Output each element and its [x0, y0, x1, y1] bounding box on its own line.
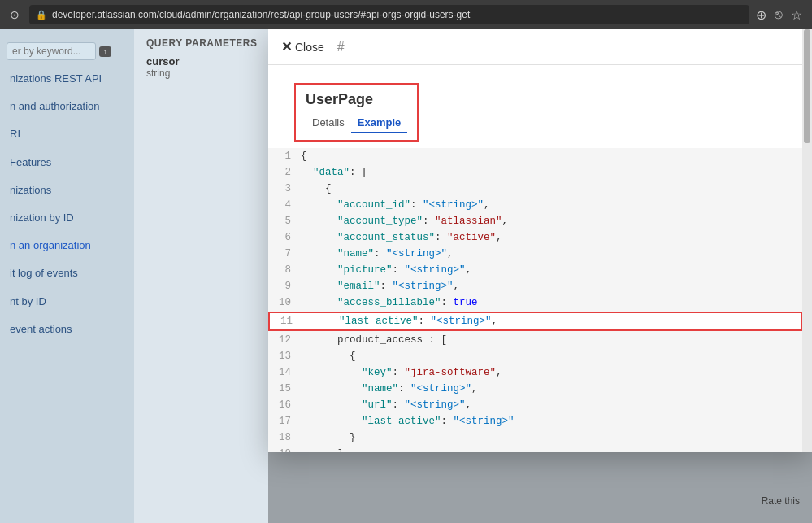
code-line: 8 "picture": "<string>", [268, 262, 802, 278]
sidebar-item-organizations[interactable]: nizations [0, 177, 134, 204]
tab-example[interactable]: Example [351, 113, 407, 133]
code-line: 18 } [268, 429, 802, 446]
browser-bar: ⊙ 🔒 developer.atlassian.com/cloud/admin/… [0, 0, 812, 29]
search-badge[interactable]: ↑ [99, 46, 111, 57]
code-block: 1 { 2 "data": [ 3 { [268, 148, 802, 452]
browser-actions: ⊕ ⎋ ☆ [756, 7, 802, 23]
browser-favicon: ⊙ [10, 8, 23, 21]
code-line: 1 { [268, 148, 802, 164]
schema-title-box: UserPage Details Example [294, 83, 419, 142]
code-line: 3 { [268, 181, 802, 197]
code-line: 15 "name": "<string>", [268, 381, 802, 397]
code-line: 10 "access_billable": true [268, 294, 802, 311]
sidebar-item-rest-api[interactable]: nizations REST API [0, 65, 134, 93]
modal-header: ✕ Close # [268, 29, 812, 65]
code-line: 4 "account_id": "<string>", [268, 197, 802, 213]
code-line: 14 "key": "jira-software", [268, 364, 802, 381]
sidebar-item-audit-log[interactable]: it log of events [0, 259, 134, 287]
schema-title: UserPage [306, 91, 407, 108]
code-line: 12 product_access : [ [268, 332, 802, 348]
close-x-icon: ✕ [281, 39, 292, 54]
sidebar-item-event-by-id[interactable]: nt by ID [0, 288, 134, 316]
tab-details[interactable]: Details [306, 113, 351, 133]
code-line-highlighted: 11 "last_active": "<string>", [268, 312, 802, 331]
code-line: 7 "name": "<string>", [268, 246, 802, 262]
url-bar[interactable]: 🔒 developer.atlassian.com/cloud/admin/or… [29, 5, 749, 24]
modal-scrollbar-thumb[interactable] [804, 29, 810, 143]
close-button[interactable]: ✕ Close [281, 39, 324, 54]
hash-symbol: # [337, 40, 345, 54]
sidebar-item-event-actions[interactable]: event actions [0, 316, 134, 343]
share-icon[interactable]: ⎋ [775, 7, 783, 23]
lock-icon: 🔒 [36, 10, 47, 20]
url-text: developer.atlassian.com/cloud/admin/orga… [52, 9, 470, 20]
code-line: 17 "last_active": "<string>" [268, 413, 802, 429]
modal-scrollbar[interactable] [802, 29, 812, 452]
zoom-icon[interactable]: ⊕ [756, 7, 766, 23]
content-area: QUERY PARAMETERS cursor string ✕ Close # [134, 29, 812, 523]
modal-tabs: Details Example [306, 113, 407, 133]
code-line: 2 "data": [ [268, 164, 802, 181]
sidebar-item-authorization[interactable]: n and authorization [0, 93, 134, 120]
sidebar-item-ri[interactable]: RI [0, 120, 134, 148]
sidebar-item-features[interactable]: Features [0, 149, 134, 177]
code-line: 9 "email": "<string>", [268, 278, 802, 294]
code-line: 5 "account_type": "atlassian", [268, 213, 802, 229]
main-layout: ↑ nizations REST API n and authorization… [0, 29, 812, 523]
modal-overlay: ✕ Close # UserPage Details Example [268, 29, 812, 523]
search-input[interactable] [7, 42, 96, 60]
code-line: 6 "account_status": "active", [268, 229, 802, 246]
sidebar: ↑ nizations REST API n and authorization… [0, 29, 134, 523]
modal: ✕ Close # UserPage Details Example [268, 29, 812, 452]
code-line: 13 { [268, 348, 802, 364]
sidebar-search-row: ↑ [0, 37, 134, 65]
code-line: 16 "url": "<string>", [268, 397, 802, 413]
bookmark-icon[interactable]: ☆ [791, 7, 802, 23]
sidebar-item-organization-by-id[interactable]: nization by ID [0, 204, 134, 232]
close-label: Close [295, 41, 324, 54]
sidebar-item-org[interactable]: n an organization [0, 232, 134, 259]
code-line: 19 ], [268, 446, 802, 452]
